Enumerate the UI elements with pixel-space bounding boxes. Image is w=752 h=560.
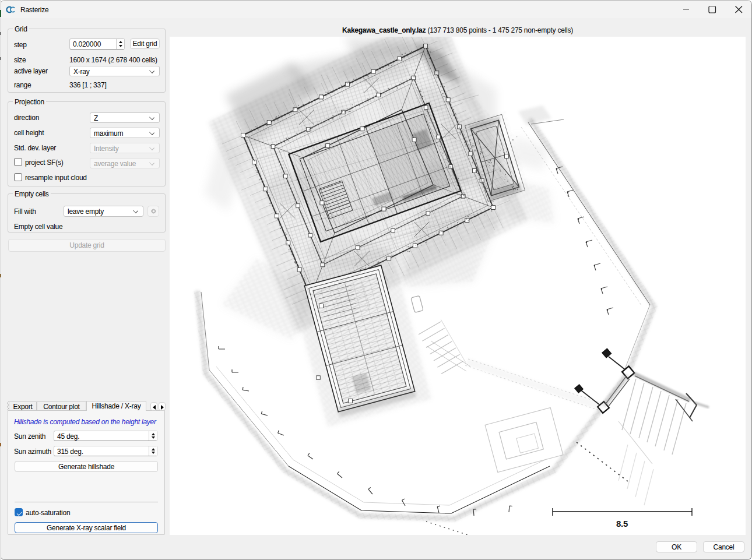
svg-text:8.5: 8.5 [616,519,628,529]
